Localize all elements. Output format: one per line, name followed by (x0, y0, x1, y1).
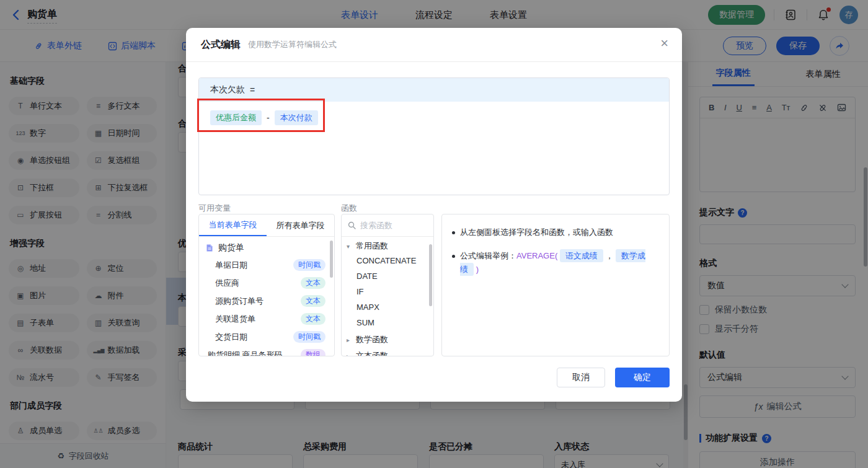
example-chip-chinese-score: 语文成绩 (560, 249, 603, 262)
type-badge: 文本 (301, 295, 326, 307)
formula-editor: 本次欠款 = 优惠后金额 - 本次付款 (198, 77, 670, 195)
function-search[interactable]: 搜索函数 (342, 214, 433, 237)
var-field-row[interactable]: 关联退货单 文本 (199, 310, 334, 328)
available-vars-label: 可用变量 (198, 203, 231, 214)
func-item-if[interactable]: IF (342, 284, 433, 299)
confirm-button[interactable]: 确定 (615, 368, 670, 387)
cancel-button[interactable]: 取消 (557, 368, 605, 387)
func-item-concatenate[interactable]: CONCATENATE (342, 253, 433, 268)
formula-chip-discounted-amount[interactable]: 优惠后金额 (210, 110, 262, 125)
func-group-math[interactable]: ▸ 数学函数 (342, 330, 433, 347)
search-icon (348, 221, 356, 229)
dialog-subtitle: 使用数学运算符编辑公式 (248, 39, 337, 50)
formula-edit-dialog: 公式编辑 使用数学运算符编辑公式 × 本次欠款 = 优惠后金额 - 本次付款 可… (186, 28, 682, 402)
search-placeholder: 搜索函数 (360, 220, 392, 231)
formula-chip-current-payment[interactable]: 本次付款 (275, 110, 318, 125)
functions-label: 函数 (341, 203, 357, 214)
minus-operator: - (267, 113, 270, 123)
variables-scrollbar-thumb[interactable] (330, 241, 333, 278)
help-line-2: 公式编辑举例：AVERAGE( 语文成绩 ， 数学成绩 ) (452, 249, 659, 276)
type-badge: 数组 (301, 349, 326, 356)
functions-scrollbar-thumb[interactable] (429, 244, 432, 306)
help-line-1: 从左侧面板选择字段名和函数，或输入函数 (452, 226, 659, 239)
var-field-row[interactable]: 购货明细.商品条形码 数组 (199, 346, 334, 356)
help-panel: 从左侧面板选择字段名和函数，或输入函数 公式编辑举例：AVERAGE( 语文成绩… (441, 214, 670, 356)
var-field-row[interactable]: 交货日期 时间戳 (199, 328, 334, 346)
formula-target-row: 本次欠款 = (199, 78, 669, 102)
var-field-row[interactable]: 供应商 文本 (199, 274, 334, 292)
func-group-text[interactable]: ▸ 文本函数 (342, 347, 433, 356)
func-group-common[interactable]: ▾ 常用函数 (342, 237, 433, 253)
bullet-icon (452, 255, 455, 258)
var-field-row[interactable]: 单据日期 时间戳 (199, 256, 334, 274)
type-badge: 时间戳 (293, 331, 326, 343)
func-item-mapx[interactable]: MAPX (342, 299, 433, 315)
func-item-sum[interactable]: SUM (342, 315, 433, 330)
functions-panel: 搜索函数 ▾ 常用函数 CONCATENATE DATE IF MAPX SUM… (341, 214, 434, 356)
equals-sign: = (250, 85, 255, 95)
variables-panel: 当前表单字段 所有表单字段 购货单 单据日期 时间戳 供应商 文本 源购货订单号… (198, 214, 335, 356)
func-item-date[interactable]: DATE (342, 268, 433, 284)
close-icon[interactable]: × (660, 37, 668, 50)
tab-current-form-fields[interactable]: 当前表单字段 (199, 214, 267, 236)
dialog-title: 公式编辑 (201, 38, 241, 51)
document-icon (205, 244, 214, 252)
formula-expression-area[interactable]: 优惠后金额 - 本次付款 (199, 102, 669, 134)
formula-target-field: 本次欠款 (210, 84, 245, 95)
tab-all-form-fields[interactable]: 所有表单字段 (267, 214, 334, 236)
type-badge: 时间戳 (293, 259, 326, 271)
bullet-icon (452, 231, 455, 234)
type-badge: 文本 (301, 313, 326, 325)
caret-down-icon: ▾ (347, 243, 353, 250)
example-function-name: AVERAGE( (516, 251, 557, 260)
example-close-paren: ) (476, 265, 479, 274)
var-field-row[interactable]: 源购货订单号 文本 (199, 292, 334, 310)
tree-root-form[interactable]: 购货单 (199, 237, 334, 256)
type-badge: 文本 (301, 277, 326, 289)
caret-right-icon: ▸ (347, 353, 353, 357)
caret-right-icon: ▸ (347, 337, 353, 343)
